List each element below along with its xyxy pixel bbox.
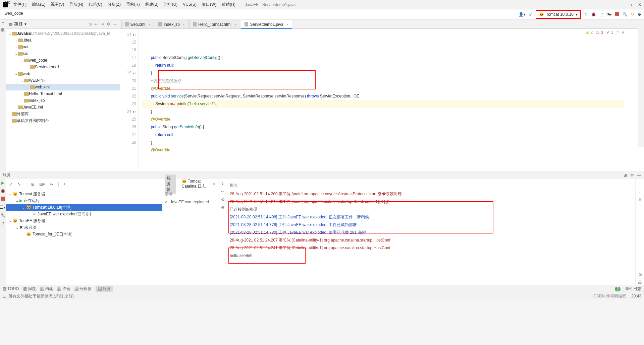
toolwindow-button[interactable]: ▦ 分析器 — [74, 286, 92, 291]
notif-badge[interactable]: 2 — [615, 287, 621, 291]
group-icon[interactable]: ⊞ — [31, 182, 35, 187]
service-tree-node[interactable]: ⌄ 🐱 TomEE 服务器 — [6, 217, 162, 224]
tree-node[interactable]: JavaEE.iml — [6, 104, 120, 111]
close-icon[interactable]: ✕ — [638, 197, 642, 202]
editor-tab[interactable]: Hello_Tomcat.html× — [189, 20, 240, 28]
tree-node[interactable]: ⌄ WEB-INF — [6, 77, 120, 84]
expand-all-icon[interactable]: ⤢ — [9, 182, 13, 187]
breadcrumb-item[interactable]: web_code — [3, 10, 37, 16]
export-icon[interactable]: ⇲ — [638, 272, 642, 277]
filter-icon[interactable]: ▤▾ — [39, 182, 45, 187]
toolwindow-button[interactable]: ▦ TODO — [3, 286, 19, 291]
deploy-item[interactable]: JavaEE:war exploded — [170, 200, 209, 204]
hide-icon[interactable]: — — [637, 173, 641, 178]
stop-icon[interactable] — [1, 197, 5, 202]
scroll-end-icon[interactable]: ↧ — [221, 181, 224, 186]
filter-icon[interactable]: ☰▾ — [0, 205, 6, 210]
project-tree[interactable]: ⌄ JavaEE C:\Users\Syf200208161018\Deskto… — [6, 29, 120, 171]
hide-icon[interactable]: — — [113, 22, 117, 26]
soft-wrap-icon[interactable]: ↩ — [221, 189, 224, 194]
editor-tab[interactable]: Servletdemo1.java× — [241, 20, 292, 28]
tree-node[interactable]: web.xml — [6, 84, 120, 90]
tree-node[interactable]: index.jsp — [6, 97, 120, 104]
code-content[interactable]: public ServletConfig getServletConfig() … — [139, 29, 624, 171]
editor-tabs[interactable]: web.xml×index.jsp×Hello_Tomcat.html×Serv… — [120, 19, 644, 29]
stop-icon[interactable] — [615, 12, 619, 17]
toolwindow-button[interactable]: ▦ 构建 — [40, 286, 53, 291]
down-icon[interactable]: ↓ — [639, 189, 641, 194]
tree-node[interactable]: Servletdemo1 — [6, 64, 120, 70]
layout-icon[interactable]: ⊞ — [624, 173, 627, 178]
menu-item[interactable]: 分析(Z) — [105, 1, 123, 7]
tree-node[interactable]: ⌄ web_code — [6, 57, 120, 64]
right-toolwindow-bar[interactable] — [638, 19, 644, 147]
tree-node[interactable]: › out — [6, 44, 120, 50]
toolwindow-button[interactable]: ▦ 服务 — [96, 286, 113, 292]
menu-item[interactable]: 帮助(H) — [219, 1, 238, 7]
chevron-down-icon[interactable]: ▾ — [24, 22, 26, 26]
print-icon[interactable]: 🖶 — [638, 280, 642, 285]
close-tab-icon[interactable]: × — [183, 22, 185, 26]
back-icon[interactable]: ↙ — [529, 12, 532, 17]
service-tree-node[interactable]: ⌄ 🐱 Tomcat 服务器 — [6, 191, 162, 197]
editor-tab[interactable]: index.jsp× — [155, 20, 189, 28]
collapse-all-icon[interactable]: ⤡ — [17, 182, 21, 187]
expand-icon[interactable]: ⇥ — [101, 22, 104, 26]
debug-icon[interactable]: 🐞 — [0, 189, 5, 193]
tree-icon[interactable]: ⇔ — [50, 182, 53, 187]
service-tree-node[interactable]: ✔ JavaEE:war exploded [已同步] — [6, 211, 162, 217]
clear-icon[interactable]: ⟲ — [221, 197, 224, 202]
project-tool-button[interactable]: 1: 项目 — [0, 19, 6, 171]
menu-item[interactable]: VCS(S) — [180, 1, 199, 7]
help-icon[interactable]: ? — [2, 221, 4, 226]
run-config-selector[interactable]: 🐱 Tomcat 10.0.10 ▾ — [536, 10, 581, 19]
wrench-icon[interactable]: 🔧 — [0, 213, 5, 218]
tree-node[interactable]: ⌄ web — [6, 70, 120, 77]
users-icon[interactable]: 👤▾ — [519, 12, 526, 17]
tree-node[interactable]: Hello_Tomcat.html — [6, 90, 120, 97]
close-tab-icon[interactable]: × — [286, 22, 288, 26]
menu-item[interactable]: 视图(V) — [48, 1, 67, 7]
menu-item[interactable]: 重构(R) — [123, 1, 143, 7]
service-tree-node[interactable]: 🐱 Tomcat_for_JEE [本地] — [6, 231, 162, 237]
add-icon[interactable]: + — [63, 182, 66, 187]
menu-item[interactable]: 构建(B) — [143, 1, 161, 7]
menu-item[interactable]: 窗口(W) — [199, 1, 219, 7]
gear-icon[interactable]: ⚙ — [107, 22, 110, 26]
service-tree-node[interactable]: ⌄ 🐱 Tomcat 10.0.10 [本地] — [6, 204, 162, 211]
run-icon[interactable]: ▶ — [1, 181, 4, 185]
rerun-icon[interactable]: ↻ — [584, 12, 588, 17]
menu-item[interactable]: 运行(U) — [161, 1, 180, 7]
gutter[interactable]: 14 ●↑1516171819 ●↑2021222324 ●↑25262728 — [120, 29, 139, 171]
select-opened-icon[interactable]: ⊙ — [89, 22, 92, 26]
chevron-up-icon[interactable]: ^ — [616, 30, 619, 35]
up-icon[interactable]: ↑ — [639, 181, 641, 186]
menu-item[interactable]: 代码(C) — [86, 1, 105, 7]
coverage-icon[interactable]: ⬚ — [599, 12, 603, 17]
settings-icon[interactable]: ⚙ — [638, 12, 641, 17]
menu-item[interactable]: 导航(N) — [67, 1, 86, 7]
close-tab-icon[interactable]: × — [234, 22, 236, 26]
gear-icon[interactable]: ⚙ — [630, 173, 634, 178]
editor-tab[interactable]: web.xml× — [121, 20, 154, 28]
collapse-icon[interactable]: ⇤ — [95, 22, 98, 26]
toolwindow-button[interactable]: ▦ 问题 — [23, 286, 36, 291]
close-icon[interactable]: ✕ — [638, 2, 641, 7]
sync-icon[interactable]: ⟳ — [631, 12, 634, 17]
service-tree-node[interactable]: ⌄ ✖ 未启动 — [6, 224, 162, 231]
service-tree-node[interactable]: ⌄ ▶ 正在运行 — [6, 197, 162, 204]
tab-log[interactable]: 🐱 Tomcat Catalina 日志 — [180, 178, 209, 190]
minimize-icon[interactable]: — — [619, 2, 623, 7]
event-log-button[interactable]: 事件日志 — [625, 286, 641, 292]
tree-node[interactable]: › 外部库 — [6, 111, 120, 117]
profiler-icon[interactable]: ◔▾ — [606, 12, 612, 17]
close-tab-icon[interactable]: × — [213, 182, 215, 187]
bug-icon[interactable]: 🐞 — [591, 12, 596, 17]
close-tab-icon[interactable]: × — [148, 22, 150, 26]
breadcrumb-item[interactable]: src — [3, 0, 37, 5]
tree-node[interactable]: 草稿文件和控制台 — [6, 117, 120, 124]
maximize-icon[interactable]: ◻ — [629, 2, 632, 7]
toolwindow-button[interactable]: ▦ 终端 — [57, 286, 70, 291]
print-icon[interactable]: 🖶 — [221, 205, 225, 210]
inspections-widget[interactable]: ⚠ 2 ⚠ 3 ✔ 1 ^ v — [586, 30, 624, 35]
